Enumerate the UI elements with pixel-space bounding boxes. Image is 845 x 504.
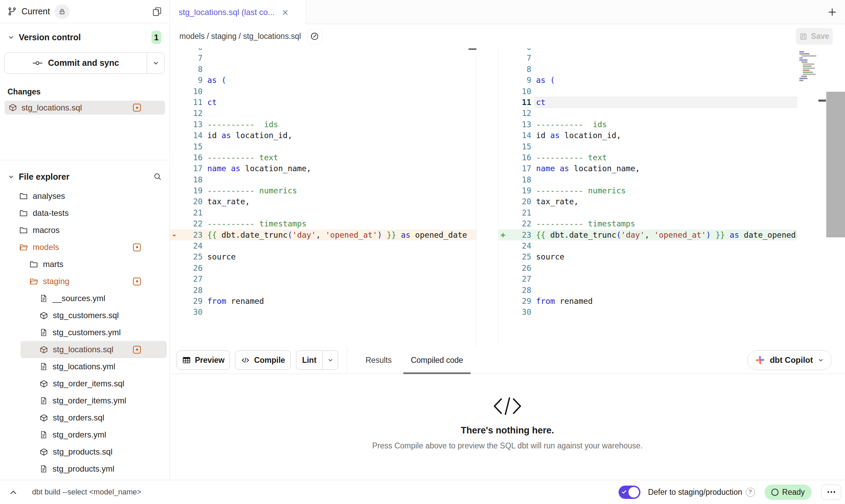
tab-stg-locations[interactable]: stg_locations.sql (last co... bbox=[170, 0, 306, 25]
chevron-down-icon[interactable] bbox=[8, 173, 15, 180]
diff-marker bbox=[499, 263, 507, 273]
code-line-24: 24 bbox=[499, 240, 797, 251]
diff-marker bbox=[170, 64, 179, 75]
file-tree-item-stg-products-yml[interactable]: stg_products.yml bbox=[0, 460, 169, 477]
file-tree-item-stg-locations-sql[interactable]: stg_locations.sql bbox=[20, 341, 167, 358]
v-scrollbar-thumb[interactable] bbox=[826, 92, 845, 237]
defer-toggle[interactable] bbox=[619, 486, 640, 499]
file-tree-item--sources-yml[interactable]: __sources.yml bbox=[0, 290, 169, 307]
code-line-28: 28 bbox=[170, 285, 476, 296]
plus-icon[interactable] bbox=[827, 7, 837, 17]
file-tree-item-macros[interactable]: macros bbox=[0, 222, 169, 239]
code-line-19: 19---------- numerics bbox=[170, 185, 476, 196]
preview-button[interactable]: Preview bbox=[177, 351, 230, 370]
file-tree-item-stg-products-sql[interactable]: stg_products.sql bbox=[0, 443, 169, 460]
file-tree-item-stg-locations-yml[interactable]: stg_locations.yml bbox=[0, 358, 169, 375]
line-number: 30 bbox=[179, 307, 203, 317]
tab-compiled-code[interactable]: Compiled code bbox=[401, 346, 473, 374]
close-icon[interactable] bbox=[282, 9, 288, 16]
code-line-15: 15 bbox=[499, 141, 797, 152]
help-icon[interactable]: ? bbox=[746, 488, 755, 497]
code-text: ---------- ids bbox=[536, 119, 607, 130]
file-tree-label: stg_order_items.sql bbox=[53, 379, 124, 388]
diff-pane-original[interactable]: 6789as (1011ct1213---------- ids14id as … bbox=[170, 48, 476, 346]
diff-marker bbox=[499, 163, 507, 174]
line-number: 16 bbox=[507, 152, 531, 163]
file-tree-item-stg-customers-sql[interactable]: stg_customers.sql bbox=[0, 307, 169, 324]
git-branch-icon bbox=[8, 7, 17, 16]
h-scrollbar-thumb[interactable] bbox=[818, 100, 826, 102]
save-button[interactable]: Save bbox=[796, 28, 833, 45]
folder-open-icon bbox=[19, 243, 28, 252]
diff-marker bbox=[170, 75, 179, 86]
v-scrollbar[interactable] bbox=[826, 48, 845, 346]
diff-editor: 6789as (1011ct1213---------- ids14id as … bbox=[170, 48, 845, 346]
file-tree-item-staging[interactable]: staging bbox=[0, 273, 169, 290]
search-icon[interactable] bbox=[153, 172, 162, 181]
file-tree-item-analyses[interactable]: analyses bbox=[0, 188, 169, 205]
chevron-down-icon[interactable] bbox=[8, 34, 15, 41]
line-number: 9 bbox=[179, 75, 203, 86]
line-number: 15 bbox=[507, 141, 531, 152]
diff-marker: + bbox=[499, 229, 507, 240]
build-command-text[interactable]: dbt build --select <model_name> bbox=[32, 488, 141, 496]
model-cube-icon bbox=[40, 448, 48, 456]
commit-options-button[interactable] bbox=[147, 53, 164, 73]
line-number: 22 bbox=[507, 218, 531, 229]
file-tree-item-stg-customers-yml[interactable]: stg_customers.yml bbox=[0, 324, 169, 341]
diff-marker bbox=[170, 185, 179, 196]
line-number: 12 bbox=[179, 108, 203, 119]
chevron-up-icon[interactable] bbox=[9, 489, 18, 495]
preview-label: Preview bbox=[195, 356, 225, 365]
model-cube-icon bbox=[9, 103, 17, 112]
line-number: 20 bbox=[179, 196, 203, 207]
version-control-title: Version control bbox=[19, 32, 81, 42]
file-tree-item-stg-order-items-yml[interactable]: stg_order_items.yml bbox=[0, 392, 169, 409]
file-tree-label: stg_customers.yml bbox=[53, 328, 121, 337]
changed-file-stg-locations[interactable]: stg_locations.sql bbox=[4, 101, 165, 115]
minimap-line bbox=[803, 65, 812, 67]
line-number: 24 bbox=[179, 240, 203, 251]
diff-marker bbox=[499, 152, 507, 163]
lineage-button[interactable] bbox=[307, 29, 322, 44]
code-line-10: 10 bbox=[499, 86, 797, 97]
lint-button[interactable]: Lint bbox=[296, 351, 322, 369]
file-tree-label: analyses bbox=[33, 191, 65, 201]
diff-marker bbox=[170, 285, 179, 296]
file-tree-item-data-tests[interactable]: data-tests bbox=[0, 205, 169, 222]
compile-button[interactable]: Compile bbox=[235, 351, 291, 370]
dbt-copilot-button[interactable]: dbt Copilot bbox=[747, 350, 832, 370]
diff-marker bbox=[499, 218, 507, 229]
diff-marker bbox=[499, 185, 507, 196]
code-line-29: 29from renamed bbox=[499, 296, 797, 307]
lint-options-button[interactable] bbox=[322, 351, 338, 369]
breadcrumb-row: models / staging / stg_locations.sql Sa bbox=[170, 24, 845, 48]
line-number: 9 bbox=[507, 75, 531, 86]
compile-label: Compile bbox=[254, 356, 285, 365]
line-number: 12 bbox=[507, 108, 531, 119]
file-tree-item-stg-order-items-sql[interactable]: stg_order_items.sql bbox=[0, 375, 169, 392]
line-number: 18 bbox=[179, 174, 203, 185]
tab-results[interactable]: Results bbox=[356, 346, 401, 374]
file-tree-item-stg-orders-yml[interactable]: stg_orders.yml bbox=[0, 426, 169, 443]
code-line-30: 30 bbox=[499, 307, 797, 317]
diff-pane-modified[interactable]: 6789as (1011ct1213---------- ids14id as … bbox=[498, 48, 797, 346]
chevron-down-icon bbox=[817, 357, 824, 364]
code-text: ---------- timestamps bbox=[536, 218, 635, 229]
copilot-icon bbox=[755, 355, 765, 365]
file-tree-item-models[interactable]: models bbox=[0, 239, 169, 256]
diff-marker bbox=[170, 218, 179, 229]
more-options-button[interactable] bbox=[821, 485, 841, 500]
h-scrollbar-thumb[interactable] bbox=[469, 48, 476, 50]
file-tree-item-stg-orders-sql[interactable]: stg_orders.sql bbox=[0, 409, 169, 426]
minimap[interactable] bbox=[799, 51, 816, 82]
copy-branch-icon[interactable] bbox=[152, 6, 162, 16]
diff-marker bbox=[170, 97, 179, 108]
modified-dot-badge bbox=[133, 278, 141, 285]
table-icon bbox=[182, 356, 191, 365]
commit-and-sync-button[interactable]: Commit and sync bbox=[5, 53, 147, 73]
diff-marker bbox=[170, 141, 179, 152]
file-tree-item-marts[interactable]: marts bbox=[0, 256, 169, 273]
diff-marker bbox=[170, 130, 179, 141]
changes-heading: Changes bbox=[8, 87, 169, 97]
